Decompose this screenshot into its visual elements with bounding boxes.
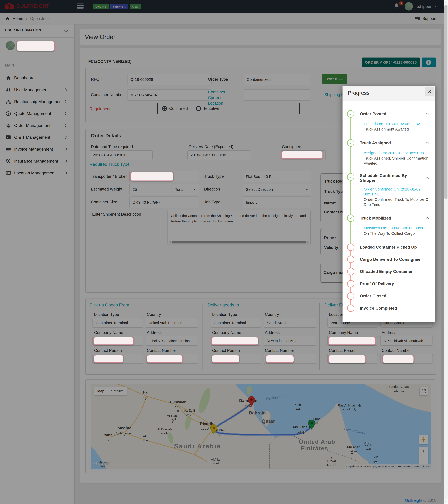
redacted-contact-person (329, 355, 366, 363)
redacted-consignee (281, 151, 323, 159)
step-label: Order Closed (360, 294, 386, 298)
step-detail-secondary: Order Confirmed, Truck To Mobilize On Du… (364, 197, 431, 207)
progress-title: Progress (348, 90, 370, 96)
redacted-company (328, 337, 376, 345)
redacted-contact-number (266, 355, 294, 363)
progress-timeline: ✓ Order Posted Posted On: 2018-01-02 08:… (343, 101, 435, 317)
progress-step-invoice-completed: Invoice Completed (347, 305, 431, 317)
step-detail-primary: Order Confirmed On: 2018-01-02 08:51:41 (364, 187, 431, 197)
empty-circle-icon (347, 292, 354, 300)
step-label: Ofloaded Empty Container (360, 269, 412, 274)
scroll-up-icon[interactable]: ▲ (444, 0, 448, 5)
step-label: Cargo Delivered To Consignee (360, 257, 420, 262)
consignee-field[interactable] (281, 150, 326, 160)
check-circle-icon: ✓ (347, 110, 354, 118)
step-detail-primary: Mobilized On: 0000-00-00 00:00:00 (364, 226, 431, 231)
vertical-scrollbar[interactable]: ▲ ▼ (444, 0, 448, 504)
progress-panel: Progress × ✓ Order Posted Posted On: 201… (343, 86, 435, 322)
step-label: Truck Mobilized (360, 216, 391, 221)
redacted-transporter (130, 172, 174, 181)
chevron-up-icon[interactable] (426, 217, 429, 220)
redacted-user-name (17, 41, 55, 51)
redacted-company (211, 337, 258, 345)
chevron-up-icon[interactable] (426, 113, 429, 116)
redacted-contact-person (212, 355, 239, 363)
redacted-contact-person (94, 355, 123, 363)
chevron-up-icon[interactable] (426, 177, 429, 180)
step-detail-secondary: Truck Assignment Awaited (364, 127, 431, 132)
step-label: Schedule Confirmed By Shipper (360, 173, 423, 183)
step-detail-secondary: On The Way To Collect Cargo (364, 231, 431, 236)
check-circle-icon: ✓ (347, 139, 354, 147)
chevron-up-icon[interactable] (426, 142, 429, 145)
progress-step-loaded-container: Loaded Container Picked Up (347, 243, 431, 256)
progress-step-truck-assigned: ✓ Truck Assigned Assigned On: 2018-01-02… (347, 139, 431, 173)
redacted-contact-number (147, 355, 183, 363)
empty-circle-icon (347, 256, 354, 263)
step-label: Truck Assigned (360, 141, 391, 145)
empty-circle-icon (347, 305, 354, 312)
check-circle-icon: ✓ (347, 173, 354, 181)
step-label: Proof Of Delivery (360, 281, 394, 286)
close-icon[interactable]: × (425, 87, 434, 96)
progress-header: Progress × (343, 86, 435, 101)
progress-step-order-posted: ✓ Order Posted Posted On: 2018-01-02 08:… (347, 110, 431, 139)
progress-step-truck-mobilized: ✓ Truck Mobilized Mobilized On: 0000-00-… (347, 215, 431, 243)
step-detail-primary: Posted On: 2018-01-02 08:22:32 (364, 121, 431, 126)
empty-company-field[interactable] (327, 336, 378, 346)
empty-circle-icon (347, 280, 354, 288)
progress-step-offloaded-empty: Ofloaded Empty Container (347, 268, 431, 280)
step-label: Invoice Completed (360, 306, 397, 311)
progress-step-proof-of-delivery: Proof Of Delivery (347, 280, 431, 292)
progress-step-order-closed: Order Closed (347, 292, 431, 305)
step-label: Order Posted (360, 111, 386, 116)
scrollbar-thumb[interactable] (444, 5, 448, 199)
redacted-company (93, 337, 134, 345)
empty-circle-icon (347, 243, 354, 251)
empty-circle-icon (347, 268, 354, 275)
deliver-company-field[interactable] (211, 336, 261, 346)
redacted-contact-number (383, 355, 414, 363)
step-detail-secondary: Truck Assigned, Shipper Confirmation Awa… (364, 156, 431, 166)
app-window: GULFREIGHT ONLINE SHIPPER USD 9 ftshippe… (0, 0, 448, 504)
step-detail-primary: Assigned On: 2018-01-02 08:51:08 (364, 150, 431, 156)
progress-step-cargo-delivered: Cargo Delivered To Consignee (347, 256, 431, 268)
scroll-down-icon[interactable]: ▼ (444, 499, 448, 504)
step-label: Loaded Container Picked Up (360, 245, 417, 250)
check-circle-icon: ✓ (347, 215, 354, 222)
progress-step-schedule-confirmed: ✓ Schedule Confirmed By Shipper Order Co… (347, 173, 431, 215)
